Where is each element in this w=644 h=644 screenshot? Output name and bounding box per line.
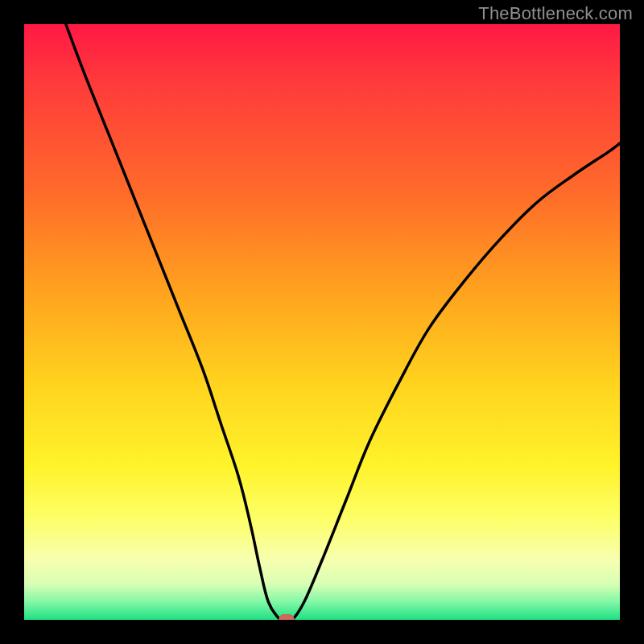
plot-area (24, 24, 620, 620)
watermark-text: TheBottleneck.com (478, 3, 633, 24)
curve-path (66, 24, 620, 620)
bottleneck-curve (24, 24, 620, 620)
current-point-marker (279, 614, 295, 620)
